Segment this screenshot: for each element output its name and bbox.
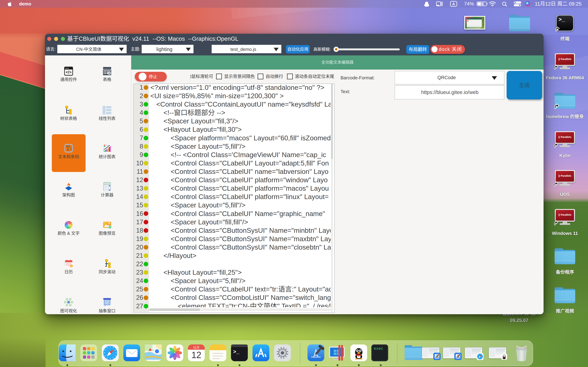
svg-text:11月: 11月	[193, 346, 200, 349]
svg-text:A: A	[452, 2, 455, 6]
svg-text:</>: </>	[66, 70, 72, 75]
svg-text:exec: exec	[374, 346, 383, 351]
svg-text:5: 5	[71, 265, 72, 267]
svg-text:>_: >_	[233, 349, 240, 355]
svg-text:12: 12	[191, 350, 201, 360]
